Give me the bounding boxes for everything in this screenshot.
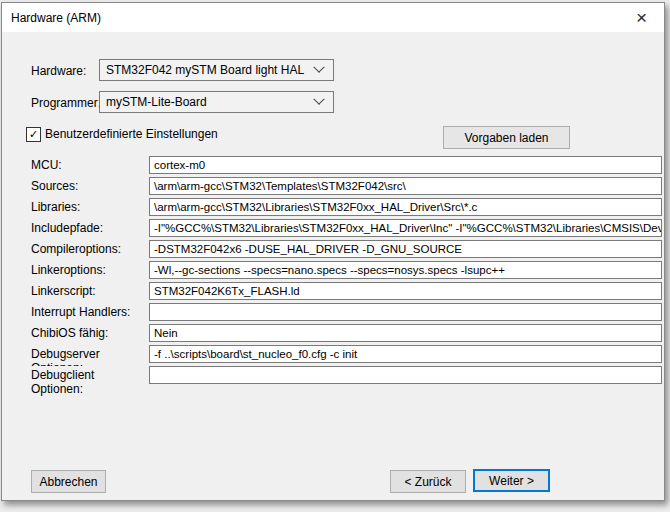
mcu-input[interactable]: cortex-m0 [149,156,662,174]
field-row-debugserver-options: Debugserver Optionen: -f ..\scripts\boar… [2,345,664,366]
chibios-capable-label: ChibiOS fähig: [31,326,145,340]
debugserver-options-input[interactable]: -f ..\scripts\board\st_nucleo_f0.cfg -c … [149,345,662,363]
linker-options-value: -Wl,--gc-sections --specs=nano.specs --s… [154,264,505,276]
load-defaults-label: Vorgaben laden [464,131,548,145]
chibios-capable-input[interactable]: Nein [149,324,662,342]
field-row-include-paths: Includepfade: -I"%GCC%\STM32\Libraries\S… [2,219,664,240]
compiler-options-value: -DSTM32F042x6 -DUSE_HAL_DRIVER -D_GNU_SO… [154,243,462,255]
debugclient-options-input[interactable] [149,366,662,384]
libraries-label: Libraries: [31,200,145,214]
debugserver-options-label: Debugserver Optionen: [31,347,145,366]
include-paths-input[interactable]: -I"%GCC%\STM32\Libraries\STM32F0xx_HAL_D… [149,219,662,237]
load-defaults-button[interactable]: Vorgaben laden [443,126,570,149]
field-row-libraries: Libraries: \arm\arm-gcc\STM32\Libraries\… [2,198,664,219]
settings-fields: MCU: cortex-m0 Sources: \arm\arm-gcc\STM… [2,156,664,387]
include-paths-value: -I"%GCC%\STM32\Libraries\STM32F0xx_HAL_D… [154,222,662,234]
cancel-button[interactable]: Abbrechen [31,470,106,493]
hardware-label: Hardware: [31,64,86,78]
sources-value: \arm\arm-gcc\STM32\Templates\STM32F042\s… [154,180,406,192]
programmer-label: Programmer: [31,96,101,110]
custom-settings-checkbox[interactable]: ✓ [26,127,41,142]
hardware-selected-value: STM32F042 mySTM Board light HAL [100,63,315,77]
titlebar: Hardware (ARM) × [2,3,664,32]
next-label: Weiter > [489,474,534,488]
field-row-mcu: MCU: cortex-m0 [2,156,664,177]
field-row-sources: Sources: \arm\arm-gcc\STM32\Templates\ST… [2,177,664,198]
interrupt-handlers-label: Interrupt Handlers: [31,305,145,319]
close-icon: × [636,8,647,27]
libraries-value: \arm\arm-gcc\STM32\Libraries\STM32F0xx_H… [154,201,477,213]
compiler-options-label: Compileroptions: [31,242,145,256]
linker-options-label: Linkeroptions: [31,263,145,277]
interrupt-handlers-input[interactable] [149,303,662,321]
mcu-label: MCU: [31,158,145,172]
window-title: Hardware (ARM) [2,11,619,25]
check-icon: ✓ [29,129,38,140]
sources-input[interactable]: \arm\arm-gcc\STM32\Templates\STM32F042\s… [149,177,662,195]
field-row-debugclient-options: Debugclient Optionen: [2,366,664,387]
custom-settings-label: Benutzerdefinierte Einstellungen [45,127,218,141]
back-button[interactable]: < Zurück [390,470,466,493]
linker-script-input[interactable]: STM32F042K6Tx_FLASH.ld [149,282,662,300]
chevron-down-icon [313,94,324,105]
linker-options-input[interactable]: -Wl,--gc-sections --specs=nano.specs --s… [149,261,662,279]
field-row-linker-script: Linkerscript: STM32F042K6Tx_FLASH.ld [2,282,664,303]
dialog-body: Hardware: STM32F042 mySTM Board light HA… [2,32,664,500]
dialog-window: Hardware (ARM) × Hardware: STM32F042 myS… [1,2,665,501]
mcu-value: cortex-m0 [154,159,205,171]
linker-script-label: Linkerscript: [31,284,145,298]
chibios-capable-value: Nein [154,327,178,339]
programmer-select[interactable]: mySTM-Lite-Board [99,91,334,113]
back-label: < Zurück [404,475,451,489]
include-paths-label: Includepfade: [31,221,145,235]
field-row-chibios-capable: ChibiOS fähig: Nein [2,324,664,345]
sources-label: Sources: [31,179,145,193]
hardware-select[interactable]: STM32F042 mySTM Board light HAL [99,59,334,81]
programmer-selected-value: mySTM-Lite-Board [100,95,315,109]
close-button[interactable]: × [619,3,664,32]
field-row-linker-options: Linkeroptions: -Wl,--gc-sections --specs… [2,261,664,282]
libraries-input[interactable]: \arm\arm-gcc\STM32\Libraries\STM32F0xx_H… [149,198,662,216]
linker-script-value: STM32F042K6Tx_FLASH.ld [154,285,300,297]
next-button[interactable]: Weiter > [473,469,550,492]
field-row-compiler-options: Compileroptions: -DSTM32F042x6 -DUSE_HAL… [2,240,664,261]
debugclient-options-label: Debugclient Optionen: [31,368,145,396]
compiler-options-input[interactable]: -DSTM32F042x6 -DUSE_HAL_DRIVER -D_GNU_SO… [149,240,662,258]
debugserver-options-value: -f ..\scripts\board\st_nucleo_f0.cfg -c … [154,348,357,360]
cancel-label: Abbrechen [39,475,97,489]
chevron-down-icon [313,62,324,73]
field-row-interrupt-handlers: Interrupt Handlers: [2,303,664,324]
